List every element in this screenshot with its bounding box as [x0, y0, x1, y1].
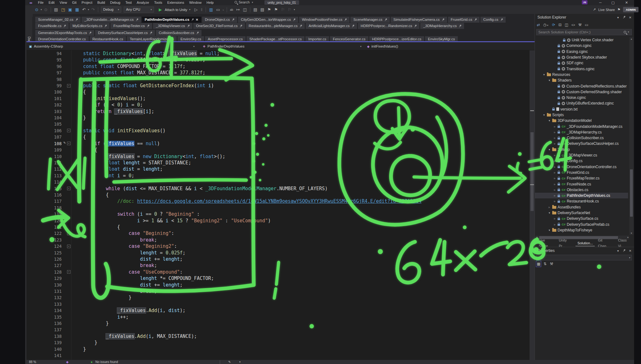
redo-icon[interactable]: ↷	[90, 7, 96, 12]
chevron-down-icon[interactable]: ▾	[40, 8, 43, 11]
code-line[interactable]: 127 break;	[26, 262, 530, 269]
code-line[interactable]: 133	[26, 301, 530, 307]
chevron-down-icon[interactable]: ▾	[617, 16, 619, 19]
parameter-info-icon[interactable]: ▤	[259, 7, 266, 12]
save-all-icon[interactable]: ▦	[74, 7, 81, 12]
editor-tab[interactable]: WindowPositionFinder.cs	[299, 17, 349, 23]
alphabetical-icon[interactable]: ⇅	[543, 262, 547, 266]
start-without-debugging-icon[interactable]: ▷	[193, 7, 199, 12]
editor-tab[interactable]: DroneObject.cs	[202, 17, 237, 23]
collapsed-arrow-icon[interactable]: ▹	[553, 177, 556, 180]
collapsed-arrow-icon[interactable]: ▹	[548, 206, 551, 209]
code-line[interactable]: 131 break;	[26, 288, 530, 294]
editor-tab[interactable]: _3DFoundatio...delManager.cs	[82, 17, 141, 23]
code-line[interactable]: 112 float dist = lenght;	[26, 166, 530, 172]
tree-item[interactable]: ▾3DFoundationModel	[535, 118, 628, 123]
document-icon[interactable]: ▥	[207, 7, 214, 12]
editor-tab[interactable]: _3DMapViewer.cs	[153, 23, 192, 29]
code-line[interactable]: 136 }	[26, 320, 530, 327]
code-line[interactable]: 125 lenght = 0.025f;	[26, 250, 530, 256]
menu-item[interactable]: Git	[70, 0, 79, 5]
menu-item[interactable]: Window	[187, 0, 204, 5]
menu-item[interactable]: Help	[204, 0, 216, 5]
code-editor[interactable]: 94static Dictionary<int, float> _fixValu…	[26, 50, 530, 360]
editor-tab[interactable]: PathfinderDepthValues.cs✕	[142, 17, 201, 23]
tree-item[interactable]: Custom-DeferredShading.shader	[535, 89, 628, 95]
zoom-level[interactable]: 88 %	[29, 360, 36, 364]
menu-item[interactable]: Test	[123, 0, 134, 5]
pin-icon[interactable]	[299, 24, 303, 28]
chevron-down-icon[interactable]: ▾	[360, 42, 361, 50]
code-line[interactable]: 113 int i = 0;	[26, 173, 530, 179]
pin-icon[interactable]	[149, 31, 153, 35]
editor-tab[interactable]: Config.cs	[480, 17, 506, 23]
tree-item[interactable]: ▹C#RestaurantHook.cs	[535, 198, 628, 204]
menu-item[interactable]: Extensions	[165, 0, 187, 5]
admin-button[interactable]: ADMIN	[623, 7, 638, 12]
minimize-button[interactable]: ─	[596, 0, 605, 5]
pause-icon[interactable]: ‖	[199, 7, 204, 12]
pin-icon[interactable]	[135, 18, 139, 22]
editor-tab[interactable]: FruxelNode.cs	[35, 23, 69, 29]
pin-icon[interactable]	[292, 18, 296, 22]
collapsed-arrow-icon[interactable]: ▹	[553, 125, 556, 128]
fold-collapse-icon[interactable]: −	[67, 187, 71, 190]
collapsed-arrow-icon[interactable]: ▹	[553, 223, 556, 226]
chevron-down-icon[interactable]: ▾	[239, 360, 241, 364]
expanded-arrow-icon[interactable]: ▾	[542, 113, 546, 117]
chevron-down-icon[interactable]: ▾	[87, 8, 90, 11]
fold-collapse-icon[interactable]: −	[67, 232, 71, 235]
code-line[interactable]: 104}	[26, 115, 530, 121]
menu-item[interactable]: File	[36, 0, 46, 5]
feedback-flag-icon[interactable]: ⚑	[617, 8, 621, 12]
menu-item[interactable]: Analyze	[134, 0, 151, 5]
code-line[interactable]: 139 }	[26, 339, 530, 346]
tree-item[interactable]: ▾DepthMapToFisheye	[535, 227, 628, 233]
type-dropdown[interactable]: ❖ PathfinderDepthValues	[203, 42, 244, 50]
code-line[interactable]: 108✎− if (_fixValues == null)	[26, 140, 530, 147]
solution-search-input[interactable]: Search Solution Explorer (Ctrl+;) ▾	[536, 29, 632, 35]
code-line[interactable]: 102 if (i < 0) i = 0;	[26, 102, 530, 108]
tree-item[interactable]: ▹C#DroneOrientationController.cs	[535, 164, 628, 170]
code-line[interactable]: 95public const float START_DISTANCE = 0.…	[26, 57, 530, 63]
editor-tab[interactable]: CollisionSubscriber.cs	[156, 30, 201, 36]
code-line[interactable]: 115− while (dist <= MAX_DISTANCE && i < …	[26, 185, 530, 192]
tree-scrollbar[interactable]: ▲ ▼	[629, 37, 633, 235]
tree-item[interactable]: UnityGBufferExtended.cginc	[535, 100, 628, 106]
titlebar-search[interactable]: Search ▾	[235, 0, 254, 4]
tree-scrollbar-thumb[interactable]	[630, 169, 633, 217]
collapsed-arrow-icon[interactable]: ▹	[553, 165, 556, 168]
code-line[interactable]: 94static Dictionary<int, float> _fixValu…	[26, 50, 530, 57]
pin-icon[interactable]	[622, 249, 626, 253]
fold-collapse-icon[interactable]: −	[67, 129, 71, 132]
collapsed-arrow-icon[interactable]: ▹	[553, 183, 556, 186]
collapse-all-icon[interactable]: ⊟	[559, 23, 562, 27]
fold-collapse-icon[interactable]: −	[67, 245, 71, 248]
collapsed-arrow-icon[interactable]: ▹	[553, 217, 556, 220]
code-line[interactable]: 110 _fixValues = new Dictionary<int, flo…	[26, 153, 530, 160]
code-line[interactable]: 121 {	[26, 224, 530, 230]
expanded-arrow-icon[interactable]: ▾	[548, 148, 551, 151]
code-line[interactable]: 128− case "UseCompound":	[26, 269, 530, 275]
collapsed-arrow-icon[interactable]: ▹	[553, 136, 556, 139]
code-line[interactable]: 114	[26, 179, 530, 185]
editor-tab[interactable]: FruxelGrid.cs	[448, 17, 479, 23]
property-pages-icon[interactable]: ⚒	[550, 262, 553, 266]
pin-icon[interactable]	[231, 18, 235, 22]
tree-item[interactable]: ▹C#DeliverySurfacePrefab.cs	[535, 222, 628, 227]
expanded-arrow-icon[interactable]: ▾	[548, 119, 551, 122]
editor-tab[interactable]: HDRPPostproc...Randomizer.cs	[358, 23, 420, 29]
notifications-bell-icon[interactable]: ◆	[66, 360, 69, 364]
tree-item[interactable]: Transitions.cginc	[535, 66, 628, 71]
collapsed-arrow-icon[interactable]: ▹	[553, 171, 556, 174]
code-line[interactable]: 98	[26, 76, 530, 82]
pin-icon[interactable]	[500, 18, 504, 22]
code-line[interactable]: 96const float COMPOUND_FACTOR = 1.17f;	[26, 63, 530, 70]
pin-icon[interactable]	[63, 24, 67, 28]
tree-item[interactable]: ▹C#PathfinderDepthValues.cs	[535, 193, 628, 198]
tree-item[interactable]: ▹C#_3DMapViewer.cs	[535, 152, 628, 158]
tree-item[interactable]: ▾Shaders	[535, 77, 628, 83]
tree-item[interactable]: ▹C#Config.cs	[535, 158, 628, 164]
chevron-down-icon[interactable]: ▾	[617, 249, 619, 253]
tree-item[interactable]: Easing.cginc	[535, 49, 628, 54]
